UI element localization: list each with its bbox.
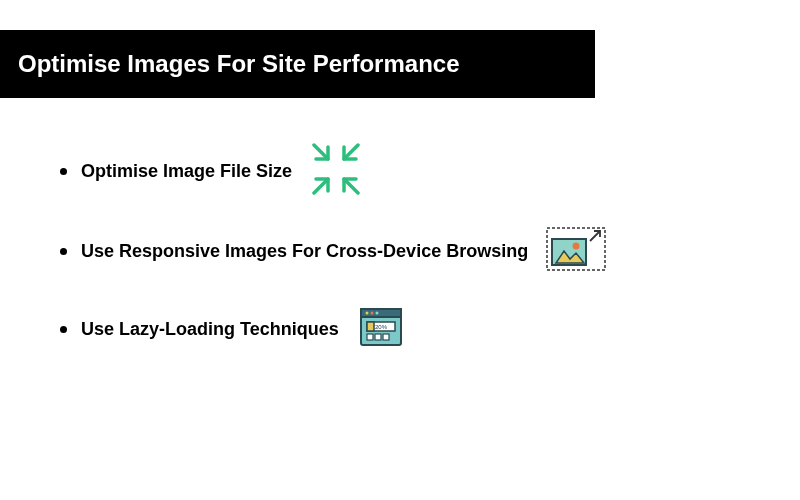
svg-text:20%: 20% — [375, 324, 388, 330]
bullet-label: Optimise Image File Size — [81, 161, 292, 182]
svg-line-2 — [314, 179, 328, 193]
responsive-image-icon — [546, 227, 606, 275]
lazy-loading-icon: 20% — [357, 303, 405, 355]
compress-arrows-icon — [310, 143, 362, 199]
svg-point-11 — [365, 312, 368, 315]
svg-point-12 — [370, 312, 373, 315]
svg-rect-17 — [367, 334, 373, 340]
page-title: Optimise Images For Site Performance — [18, 50, 577, 78]
svg-line-1 — [344, 145, 358, 159]
svg-line-3 — [344, 179, 358, 193]
bullet-icon — [60, 168, 67, 175]
svg-rect-15 — [367, 322, 374, 331]
list-item: Use Responsive Images For Cross-Device B… — [60, 227, 800, 275]
svg-point-6 — [573, 243, 580, 250]
svg-rect-19 — [383, 334, 389, 340]
svg-point-13 — [375, 312, 378, 315]
header-bar: Optimise Images For Site Performance — [0, 30, 595, 98]
list-item: Optimise Image File Size — [60, 143, 800, 199]
svg-rect-18 — [375, 334, 381, 340]
list-item: Use Lazy-Loading Techniques 20% — [60, 303, 800, 355]
bullet-label: Use Responsive Images For Cross-Device B… — [81, 241, 528, 262]
bullet-icon — [60, 326, 67, 333]
svg-line-0 — [314, 145, 328, 159]
bullet-label: Use Lazy-Loading Techniques — [81, 319, 339, 340]
bullet-icon — [60, 248, 67, 255]
bullet-list: Optimise Image File Size Use Responsive … — [60, 143, 800, 355]
svg-line-8 — [590, 231, 600, 241]
